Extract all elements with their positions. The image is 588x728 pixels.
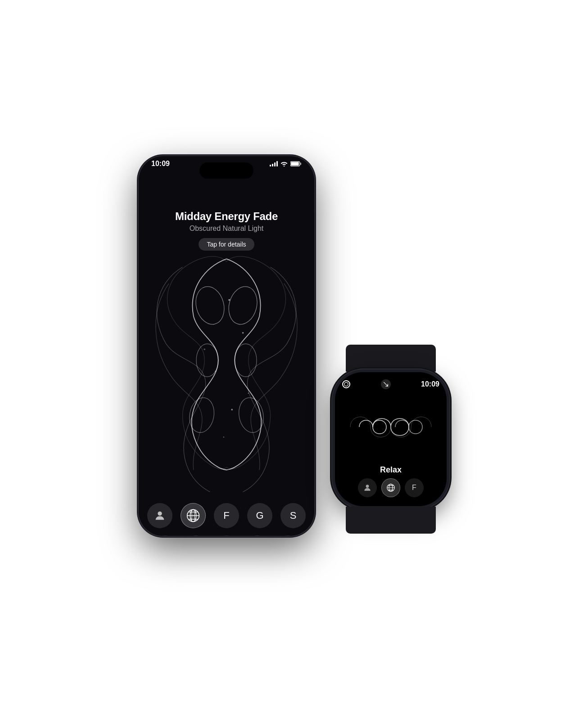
svg-point-7 <box>231 409 233 411</box>
watch-globe-icon[interactable] <box>381 478 400 497</box>
watch-screen: 10:09 <box>335 372 447 506</box>
s-label: S <box>290 510 297 521</box>
svg-point-30 <box>366 485 369 488</box>
svg-point-14 <box>225 283 261 328</box>
svg-point-15 <box>235 344 257 377</box>
timer-button[interactable] <box>216 535 237 536</box>
scene: 10:09 Midday En <box>139 156 449 572</box>
f-label: F <box>223 510 229 521</box>
svg-point-17 <box>158 511 162 515</box>
tap-details-button[interactable]: Tap for details <box>199 238 254 251</box>
svg-point-9 <box>204 349 205 351</box>
svg-point-12 <box>196 344 218 377</box>
phone-title: Midday Energy Fade <box>175 210 278 223</box>
f-icon-button[interactable]: F <box>214 503 239 528</box>
watch-activity-icon <box>342 380 350 388</box>
watch-person-icon-svg <box>363 483 372 492</box>
arrow-down-right-icon <box>383 381 389 387</box>
status-right <box>270 161 302 166</box>
watch-label: Relax <box>342 465 439 475</box>
svg-point-5 <box>242 332 244 334</box>
visualization-area <box>139 251 314 503</box>
svg-rect-2 <box>291 162 299 166</box>
watch-globe-icon-svg <box>386 483 396 493</box>
star-button[interactable] <box>246 535 268 536</box>
lissajous-svg <box>139 251 314 503</box>
iphone-time: 10:09 <box>151 160 170 168</box>
more-button[interactable] <box>277 535 299 536</box>
svg-point-29 <box>344 382 348 386</box>
globe-icon-button[interactable] <box>181 503 206 528</box>
watch-status-bar: 10:09 <box>342 379 439 389</box>
svg-rect-3 <box>300 163 302 165</box>
watch-visualization <box>342 391 439 463</box>
g-label: G <box>256 510 263 521</box>
person-icon-button[interactable] <box>147 503 172 528</box>
svg-point-8 <box>223 436 224 437</box>
signal-bars-icon <box>270 161 278 166</box>
iphone: 10:09 Midday En <box>139 156 314 536</box>
svg-point-4 <box>228 299 230 301</box>
watch-lissajous-svg <box>342 411 439 443</box>
apple-watch: 10:09 <box>332 369 449 509</box>
s-icon-button[interactable]: S <box>280 503 306 528</box>
svg-point-11 <box>192 283 228 328</box>
watch-time: 10:09 <box>421 380 439 388</box>
airplay-button[interactable] <box>185 535 207 536</box>
pause-button[interactable] <box>154 535 176 536</box>
watch-icon-row: F <box>342 478 439 501</box>
watch-f-label: F <box>412 484 416 492</box>
watch-person-icon[interactable] <box>358 478 377 497</box>
battery-icon <box>290 161 302 166</box>
g-icon-button[interactable]: G <box>247 503 272 528</box>
globe-icon <box>186 508 200 523</box>
watch-arrow-icon <box>381 379 391 389</box>
phone-subtitle: Obscured Natural Light <box>190 225 264 233</box>
watch-band-top <box>346 345 436 372</box>
iphone-content: Midday Energy Fade Obscured Natural Ligh… <box>139 179 314 536</box>
person-icon <box>154 509 166 522</box>
icon-row: F G S <box>139 503 314 535</box>
watch-o-icon <box>344 382 348 386</box>
controls-row <box>145 535 308 536</box>
watch-body: 10:09 <box>332 369 449 509</box>
wifi-icon <box>280 161 288 166</box>
watch-f-icon[interactable]: F <box>405 478 424 497</box>
watch-band-bottom <box>346 507 436 534</box>
svg-point-0 <box>284 166 285 166</box>
dynamic-island <box>199 162 253 179</box>
